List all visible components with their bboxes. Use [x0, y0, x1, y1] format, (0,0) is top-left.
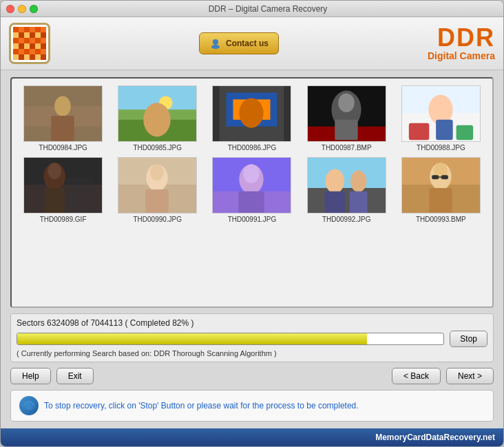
- svg-rect-21: [24, 43, 30, 49]
- svg-rect-14: [19, 38, 24, 43]
- ddr-title-text: DDR: [428, 25, 495, 50]
- app-window: DDR – Digital Camera Recovery: [0, 0, 504, 447]
- photo-label: THD00985.JPG: [133, 144, 182, 152]
- svg-rect-19: [13, 43, 19, 49]
- window-title: DDR – Digital Camera Recovery: [38, 4, 498, 14]
- svg-rect-61: [409, 123, 429, 141]
- help-button[interactable]: Help: [10, 368, 51, 384]
- list-item: THD00989.GIF: [19, 157, 107, 223]
- list-item: THD00992.JPG: [302, 157, 391, 223]
- svg-rect-42: [51, 116, 74, 141]
- svg-rect-18: [41, 38, 46, 43]
- svg-rect-20: [19, 43, 24, 49]
- svg-rect-11: [35, 32, 41, 38]
- footer-url: MemoryCardDataRecovery.net: [375, 433, 495, 442]
- svg-point-37: [213, 39, 218, 45]
- ddr-logo: DDR Digital Camera: [428, 25, 495, 61]
- svg-rect-74: [146, 189, 169, 213]
- svg-point-52: [240, 98, 264, 127]
- photo-thumbnail[interactable]: [307, 157, 386, 214]
- list-item: THD00988.JPG: [397, 85, 485, 152]
- svg-rect-8: [19, 32, 24, 38]
- info-message: To stop recovery, click on 'Stop' Button…: [44, 401, 359, 410]
- photo-label: THD00991.JPG: [228, 216, 277, 223]
- svg-rect-35: [35, 54, 41, 60]
- svg-rect-83: [324, 191, 344, 213]
- photo-thumbnail[interactable]: [23, 157, 103, 214]
- svg-rect-68: [45, 188, 65, 213]
- svg-point-47: [144, 103, 171, 136]
- photo-label: THD00987.BMP: [322, 144, 372, 152]
- photo-label: THD00988.JPG: [417, 144, 465, 152]
- nav-right: < Back Next >: [392, 368, 494, 384]
- status-area: Sectors 6324098 of 7044113 ( Completed 8…: [10, 313, 494, 362]
- photo-thumbnail[interactable]: [401, 157, 481, 214]
- stop-button[interactable]: Stop: [450, 331, 487, 347]
- svg-point-41: [54, 96, 71, 116]
- progress-fill: [17, 333, 367, 344]
- main-content: THD00984.JPG THD00985.JPG: [1, 70, 503, 428]
- svg-point-56: [338, 94, 355, 113]
- svg-rect-91: [432, 175, 439, 179]
- exit-button[interactable]: Exit: [56, 368, 94, 384]
- contact-us-button[interactable]: Contact us: [199, 32, 279, 54]
- close-button[interactable]: [6, 5, 14, 13]
- photo-thumbnail[interactable]: [307, 85, 386, 142]
- svg-rect-29: [35, 49, 41, 54]
- svg-rect-28: [30, 49, 35, 54]
- svg-rect-9: [24, 32, 30, 38]
- footer-bar: MemoryCardDataRecovery.net: [1, 428, 503, 446]
- photo-thumbnail[interactable]: [212, 157, 291, 214]
- progress-bar: [17, 333, 444, 345]
- header-bar: Contact us DDR Digital Camera: [1, 17, 503, 70]
- svg-rect-17: [35, 38, 41, 43]
- svg-rect-30: [41, 49, 46, 54]
- info-bar: To stop recovery, click on 'Stop' Button…: [10, 390, 494, 422]
- svg-point-82: [325, 169, 344, 193]
- svg-rect-26: [19, 49, 24, 54]
- svg-point-78: [244, 165, 260, 184]
- maximize-button[interactable]: [30, 5, 38, 13]
- photo-thumbnail[interactable]: [118, 157, 197, 214]
- svg-rect-57: [335, 120, 357, 140]
- svg-rect-5: [35, 27, 41, 32]
- svg-rect-16: [30, 38, 35, 43]
- svg-rect-79: [239, 191, 264, 213]
- svg-rect-33: [24, 54, 30, 60]
- photo-thumbnail[interactable]: [401, 85, 481, 142]
- svg-rect-2: [19, 27, 24, 32]
- svg-rect-92: [441, 175, 448, 179]
- status-row: Sectors 6324098 of 7044113 ( Completed 8…: [17, 318, 487, 328]
- list-item: THD00991.JPG: [207, 157, 296, 223]
- svg-rect-13: [13, 38, 19, 43]
- photo-label: THD00984.JPG: [39, 144, 87, 152]
- svg-rect-25: [13, 49, 19, 54]
- app-logo: [9, 23, 50, 64]
- svg-rect-34: [30, 54, 35, 60]
- svg-point-67: [48, 163, 61, 180]
- photo-label: THD00990.JPG: [133, 216, 182, 223]
- svg-rect-24: [41, 43, 46, 49]
- svg-rect-69: [66, 178, 93, 213]
- svg-rect-10: [30, 32, 35, 38]
- svg-rect-36: [41, 54, 46, 60]
- photo-thumbnail[interactable]: [212, 85, 291, 142]
- list-item: THD00984.JPG: [19, 85, 107, 152]
- svg-rect-15: [24, 38, 30, 43]
- traffic-lights: [6, 5, 38, 13]
- list-item: THD00985.JPG: [113, 85, 202, 152]
- list-item: THD00987.BMP: [302, 85, 391, 152]
- photo-label: THD00993.BMP: [416, 216, 466, 223]
- back-button[interactable]: < Back: [392, 368, 441, 384]
- gallery-area: THD00984.JPG THD00985.JPG: [10, 77, 494, 308]
- photo-label: THD00992.JPG: [322, 216, 371, 223]
- svg-rect-90: [429, 188, 452, 213]
- minimize-button[interactable]: [18, 5, 26, 13]
- photo-thumbnail[interactable]: [23, 85, 103, 142]
- svg-rect-85: [350, 191, 368, 213]
- svg-rect-31: [13, 54, 19, 60]
- next-button[interactable]: Next >: [446, 368, 494, 384]
- svg-rect-12: [41, 32, 46, 38]
- svg-rect-81: [308, 188, 386, 213]
- photo-thumbnail[interactable]: [118, 85, 197, 142]
